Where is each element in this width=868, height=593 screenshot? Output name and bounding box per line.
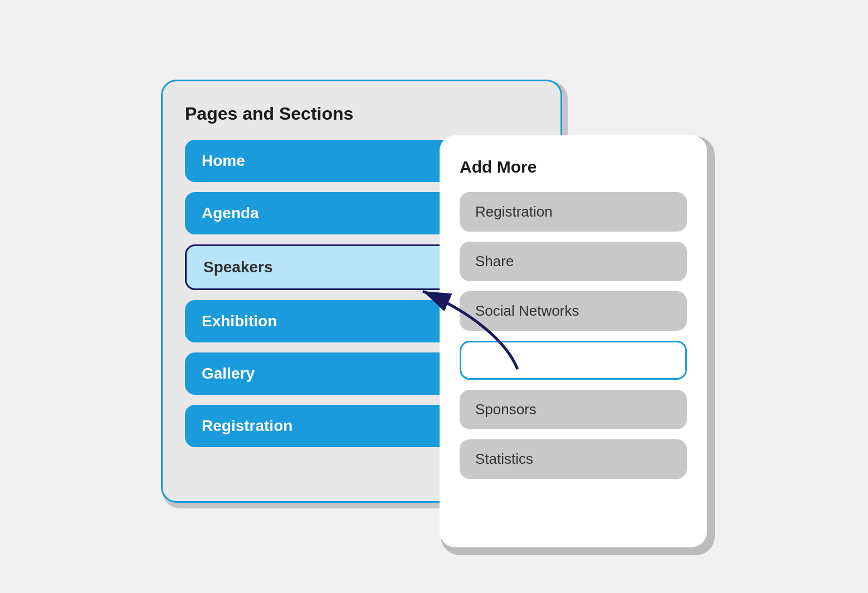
- right-panel-title: Add More: [460, 158, 687, 177]
- add-item-registration[interactable]: Registration: [460, 192, 687, 232]
- scene: Pages and Sections Home Agenda Speakers …: [128, 46, 740, 547]
- add-item-empty[interactable]: [460, 341, 687, 380]
- add-item-statistics[interactable]: Statistics: [460, 439, 687, 479]
- add-item-sponsors[interactable]: Sponsors: [460, 390, 687, 429]
- add-item-social-networks[interactable]: Social Networks: [460, 291, 687, 331]
- add-item-share[interactable]: Share: [460, 242, 687, 281]
- left-panel-title: Pages and Sections: [185, 104, 538, 124]
- right-panel: Add More Registration Share Social Netwo…: [440, 135, 707, 547]
